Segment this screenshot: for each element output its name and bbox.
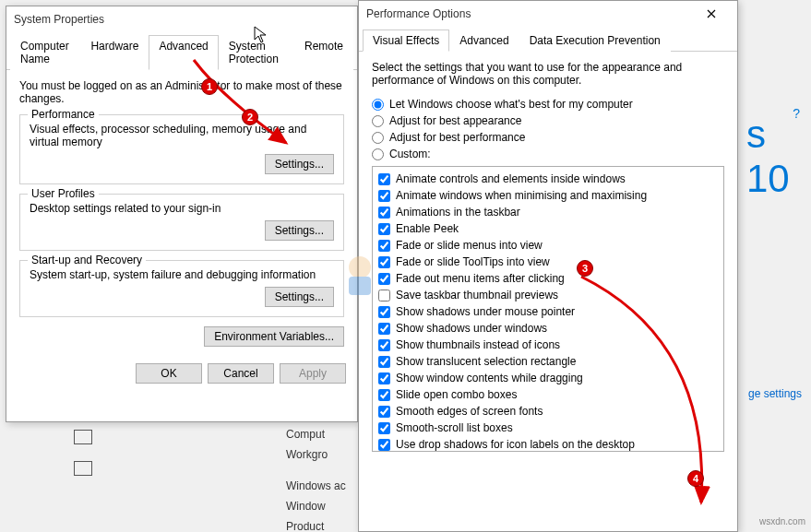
check-option-16[interactable]: Use drop shadows for icon labels on the … <box>378 436 718 452</box>
perfopts-intro: Select the settings that you want to use… <box>372 61 724 87</box>
help-icon[interactable]: ? <box>793 106 800 121</box>
radio-option-0[interactable]: Let Windows choose what's best for my co… <box>372 96 724 112</box>
apply-button[interactable]: Apply <box>280 363 346 384</box>
check-option-0[interactable]: Animate controls and elements inside win… <box>378 171 718 187</box>
check-input-0[interactable] <box>378 173 390 185</box>
check-input-15[interactable] <box>378 422 390 434</box>
check-option-14[interactable]: Smooth edges of screen fonts <box>378 403 718 420</box>
radio-input-1[interactable] <box>372 115 384 127</box>
user-profiles-legend: User Profiles <box>28 187 99 200</box>
check-label-10: Show thumbnails instead of icons <box>396 338 560 351</box>
tab-remote[interactable]: Remote <box>294 35 353 70</box>
radio-label-1: Adjust for best appearance <box>389 114 521 127</box>
perfopts-body: Select the settings that you want to use… <box>359 52 737 468</box>
check-label-5: Fade or slide ToolTips into view <box>396 255 550 268</box>
system-properties-dialog: System Properties Computer Name Hardware… <box>6 6 358 422</box>
background-windows10-text: s 10 <box>746 65 811 249</box>
performance-options-dialog: Performance Options Visual Effects Advan… <box>358 0 738 532</box>
admin-note: You must be logged on as an Administrato… <box>19 79 344 105</box>
radio-option-1[interactable]: Adjust for best appearance <box>372 112 724 129</box>
check-input-5[interactable] <box>378 256 390 268</box>
check-option-11[interactable]: Show translucent selection rectangle <box>378 353 718 370</box>
check-input-8[interactable] <box>378 306 390 318</box>
check-input-12[interactable] <box>378 372 390 384</box>
performance-settings-button[interactable]: Settings... <box>265 154 334 174</box>
check-input-13[interactable] <box>378 389 390 401</box>
perfopts-title: Performance Options <box>366 7 471 20</box>
sysprops-titlebar: System Properties <box>6 6 357 32</box>
performance-group: Performance Visual effects, processor sc… <box>19 114 344 184</box>
radio-option-3[interactable]: Custom: <box>372 146 724 162</box>
check-label-4: Fade or slide menus into view <box>396 239 543 252</box>
sysprops-dialog-buttons: OK Cancel Apply <box>6 356 357 391</box>
radio-input-2[interactable] <box>372 132 384 144</box>
cancel-button[interactable]: Cancel <box>208 363 274 384</box>
check-option-15[interactable]: Smooth-scroll list boxes <box>378 420 718 436</box>
sysprops-title: System Properties <box>14 13 104 26</box>
tab-computer-name[interactable]: Computer Name <box>10 35 80 70</box>
check-option-1[interactable]: Animate windows when minimising and maxi… <box>378 187 718 204</box>
check-option-12[interactable]: Show window contents while dragging <box>378 370 718 386</box>
check-input-10[interactable] <box>378 339 390 351</box>
check-label-16: Use drop shadows for icon labels on the … <box>396 438 635 451</box>
radio-label-0: Let Windows choose what's best for my co… <box>389 98 633 111</box>
tab-perf-advanced[interactable]: Advanced <box>449 30 519 52</box>
check-option-3[interactable]: Enable Peek <box>378 220 718 237</box>
check-label-2: Animations in the taskbar <box>396 206 520 219</box>
background-link[interactable]: ge settings <box>748 387 802 400</box>
check-label-8: Show shadows under mouse pointer <box>396 305 575 318</box>
perfopts-tabs: Visual Effects Advanced Data Execution P… <box>359 29 737 52</box>
check-input-7[interactable] <box>378 290 390 301</box>
environment-variables-button[interactable]: Environment Variables... <box>204 326 344 347</box>
check-option-2[interactable]: Animations in the taskbar <box>378 204 718 220</box>
check-option-5[interactable]: Fade or slide ToolTips into view <box>378 254 718 270</box>
sysprops-tabs: Computer Name Hardware Advanced System P… <box>6 34 357 70</box>
tab-system-protection[interactable]: System Protection <box>219 35 294 70</box>
tab-visual-effects[interactable]: Visual Effects <box>363 30 449 52</box>
check-input-9[interactable] <box>378 323 390 335</box>
tab-hardware[interactable]: Hardware <box>80 35 149 70</box>
check-option-10[interactable]: Show thumbnails instead of icons <box>378 337 718 353</box>
startup-recovery-legend: Start-up and Recovery <box>28 254 146 266</box>
check-input-2[interactable] <box>378 207 390 219</box>
check-input-6[interactable] <box>378 273 390 285</box>
performance-desc: Visual effects, processor scheduling, me… <box>30 123 334 148</box>
startup-recovery-settings-button[interactable]: Settings... <box>265 287 334 307</box>
background-labels: Comput Workgro Windows ac Window Product <box>286 424 346 532</box>
check-input-3[interactable] <box>378 223 390 235</box>
check-label-0: Animate controls and elements inside win… <box>396 172 626 185</box>
close-icon <box>707 9 716 18</box>
tab-dep[interactable]: Data Execution Prevention <box>519 30 671 52</box>
check-input-16[interactable] <box>378 439 390 451</box>
check-input-1[interactable] <box>378 190 390 202</box>
startup-recovery-desc: System start-up, system failure and debu… <box>30 268 334 281</box>
radio-option-2[interactable]: Adjust for best performance <box>372 129 724 146</box>
check-input-11[interactable] <box>378 356 390 368</box>
check-label-3: Enable Peek <box>396 222 459 235</box>
check-option-7[interactable]: Save taskbar thumbnail previews <box>378 287 718 303</box>
performance-legend: Performance <box>28 108 99 121</box>
check-option-6[interactable]: Fade out menu items after clicking <box>378 270 718 287</box>
ok-button[interactable]: OK <box>136 363 202 384</box>
check-label-7: Save taskbar thumbnail previews <box>396 289 558 301</box>
radio-input-3[interactable] <box>372 148 384 160</box>
check-option-13[interactable]: Slide open combo boxes <box>378 386 718 403</box>
check-label-11: Show translucent selection rectangle <box>396 355 576 368</box>
user-profiles-desc: Desktop settings related to your sign-in <box>30 202 334 215</box>
user-profiles-settings-button[interactable]: Settings... <box>265 220 334 241</box>
sysprops-body: You must be logged on as an Administrato… <box>6 70 357 356</box>
check-input-4[interactable] <box>378 240 390 252</box>
close-button[interactable] <box>693 3 730 25</box>
check-label-9: Show shadows under windows <box>396 322 547 335</box>
check-option-9[interactable]: Show shadows under windows <box>378 320 718 337</box>
radio-label-2: Adjust for best performance <box>389 131 525 144</box>
watermark-text: wsxdn.com <box>759 516 805 526</box>
check-label-14: Smooth edges of screen fonts <box>396 405 543 418</box>
tab-advanced[interactable]: Advanced <box>149 35 218 70</box>
radio-input-0[interactable] <box>372 99 384 111</box>
radio-label-3: Custom: <box>389 148 431 160</box>
visual-effects-list[interactable]: Animate controls and elements inside win… <box>372 166 724 452</box>
check-option-8[interactable]: Show shadows under mouse pointer <box>378 303 718 320</box>
check-option-4[interactable]: Fade or slide menus into view <box>378 237 718 254</box>
check-input-14[interactable] <box>378 406 390 418</box>
